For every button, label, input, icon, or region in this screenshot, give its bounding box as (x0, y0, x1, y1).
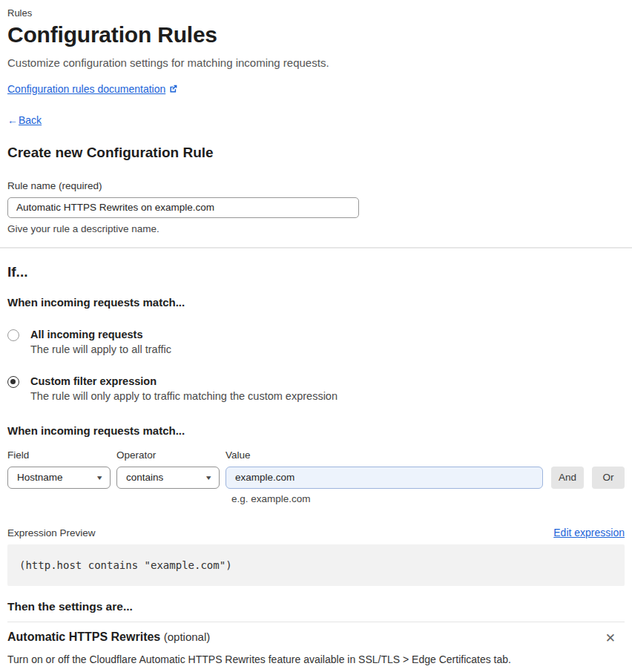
field-select[interactable]: Hostname ▼ (7, 467, 111, 489)
radio-all-requests[interactable] (7, 329, 19, 341)
setting-divider (7, 622, 625, 622)
value-input[interactable] (226, 467, 543, 489)
then-settings-heading: Then the settings are... (7, 600, 625, 613)
page-description: Customize configuration settings for mat… (7, 56, 625, 69)
and-button[interactable]: And (551, 467, 584, 489)
field-select-value: Hostname (17, 472, 63, 483)
radio-all-requests-description: The rule will apply to all traffic (30, 343, 171, 355)
or-button[interactable]: Or (592, 467, 625, 489)
value-column-label: Value (226, 449, 625, 461)
filter-builder-heading: When incoming requests match... (7, 424, 625, 437)
external-link-icon (168, 83, 178, 96)
page-title: Configuration Rules (7, 22, 625, 48)
create-rule-heading: Create new Configuration Rule (7, 145, 625, 161)
expression-preview-label: Expression Preview (7, 527, 96, 538)
radio-custom-filter[interactable] (7, 376, 19, 388)
operator-select[interactable]: contains ▼ (116, 467, 220, 489)
breadcrumb: Rules (7, 7, 625, 19)
radio-option-custom-filter: Custom filter expression The rule will o… (7, 375, 625, 402)
radio-custom-filter-label: Custom filter expression (30, 375, 338, 387)
back-link[interactable]: Back (19, 114, 42, 126)
setting-optional-label: (optional) (164, 630, 211, 643)
rule-name-label: Rule name (required) (7, 180, 625, 191)
expression-code: (http.host contains "example.com") (19, 559, 232, 571)
if-heading: If... (7, 264, 625, 280)
documentation-link-label: Configuration rules documentation (7, 83, 165, 95)
match-type-heading: When incoming requests match... (7, 296, 625, 309)
edit-expression-link[interactable]: Edit expression (553, 527, 625, 538)
back-arrow-icon: ← (7, 114, 18, 126)
value-help-text: e.g. example.com (231, 493, 625, 504)
radio-custom-filter-description: The rule will only apply to traffic matc… (30, 390, 338, 402)
field-column-label: Field (7, 449, 111, 461)
expression-preview-box: (http.host contains "example.com") (7, 544, 625, 586)
operator-column-label: Operator (116, 449, 220, 461)
radio-all-requests-label: All incoming requests (30, 329, 171, 340)
section-divider (0, 247, 632, 248)
radio-option-all-requests: All incoming requests The rule will appl… (7, 329, 625, 355)
rule-name-input[interactable] (7, 197, 359, 218)
chevron-down-icon: ▼ (204, 474, 212, 481)
operator-select-value: contains (126, 472, 163, 483)
chevron-down-icon: ▼ (95, 474, 103, 481)
setting-title: Automatic HTTPS Rewrites (7, 630, 160, 643)
close-icon[interactable]: ✕ (602, 630, 619, 646)
setting-description: Turn on or off the Cloudflare Automatic … (7, 653, 625, 665)
documentation-link[interactable]: Configuration rules documentation (7, 83, 165, 95)
rule-name-help: Give your rule a descriptive name. (7, 223, 625, 234)
